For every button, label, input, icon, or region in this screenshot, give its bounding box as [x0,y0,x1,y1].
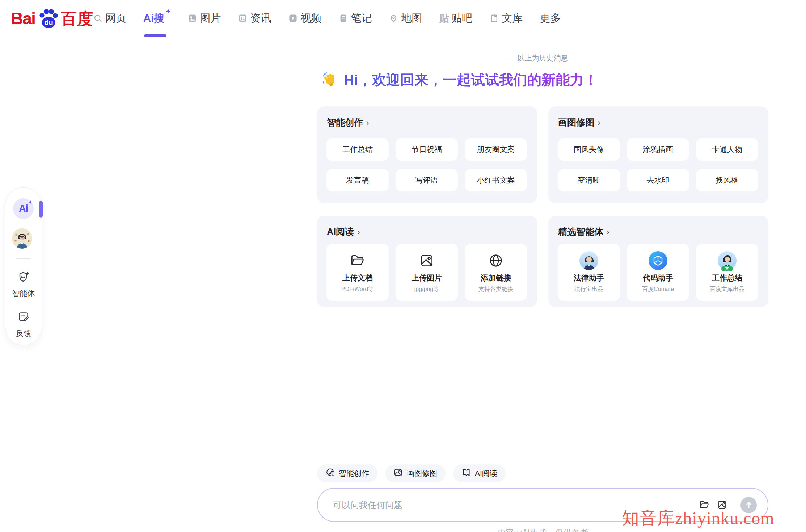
active-indicator-bar [39,201,43,218]
pill-write-comment[interactable]: 写评语 [396,169,458,191]
card-smart-writing: 智能创作 › 工作总结 节日祝福 朋友圈文案 发言稿 写评语 小红书文案 [317,106,537,203]
baidu-logo[interactable]: Bai du 百度 [11,7,93,30]
card-draw-edit-title[interactable]: 画图修图 › [558,117,600,128]
news-icon [238,13,248,23]
map-pin-icon [389,13,398,23]
panel-divider [16,258,31,259]
card-title-text: 智能创作 [327,117,363,128]
tile-label: 代码助手 [643,273,673,283]
card-smart-writing-title[interactable]: 智能创作 › [327,117,369,128]
user-avatar[interactable] [12,228,32,249]
comate-logo [649,252,667,270]
sidebar-item-label: 智能体 [12,288,35,299]
ai-logo-text: Ai [19,203,28,214]
sparkle-icon: ✦ [166,8,170,15]
tile-sublabel: jpg/png等 [414,286,439,293]
nav-label: Ai搜 [143,11,164,26]
tile-code-assistant[interactable]: 代码助手 百度Comate [627,244,689,301]
nav-label: 图片 [200,11,221,26]
sidebar-item-label: 反馈 [16,328,31,338]
nav-item-notes[interactable]: 笔记 [338,0,372,37]
sidebar-item-agents[interactable]: 智能体 [5,270,42,299]
globe-icon [488,252,504,270]
pill-cartoon-character[interactable]: 卡通人物 [696,138,758,161]
chip-label: AI阅读 [475,468,497,478]
nav-item-news[interactable]: 资讯 [238,0,271,37]
chip-smart-writing[interactable]: 智能创作 [317,464,377,482]
pill-guofeng-avatar[interactable]: 国风头像 [558,138,620,161]
chip-draw-edit[interactable]: 画图修图 [385,464,446,482]
chevron-right-icon: › [598,118,600,128]
tile-sublabel: 法行宝出品 [574,286,603,293]
pill-group: 工作总结 节日祝福 朋友圈文案 发言稿 写评语 小红书文案 [326,138,529,191]
ai-search-shortcut[interactable]: Ai ✦ [13,198,34,219]
book-sparkle-icon [461,468,471,479]
wenku-icon [489,13,499,23]
wenku-badge: 文 [721,266,733,271]
image-icon [418,252,435,270]
chevron-right-icon: › [357,227,360,237]
pill-holiday-greeting[interactable]: 节日祝福 [396,138,458,161]
tile-label: 添加链接 [481,273,511,283]
active-tab-underline [144,34,166,37]
nav-item-tieba[interactable]: 贴 贴吧 [439,0,472,37]
tile-sublabel: 百度Comate [642,286,674,293]
tile-upload-image[interactable]: 上传图片 jpg/png等 [396,244,458,301]
nav-label: 地图 [401,11,422,26]
pill-remove-watermark[interactable]: 去水印 [627,169,689,191]
feedback-icon [17,310,30,325]
card-ai-reading-title[interactable]: AI阅读 › [327,226,360,238]
nav-item-wenku[interactable]: 文库 [489,0,523,37]
pen-sparkle-icon [325,468,335,479]
pill-enhance-clarity[interactable]: 变清晰 [558,169,620,191]
tile-label: 上传图片 [412,273,442,283]
tile-group: 法律助手 法行宝出品 代码助手 百度Comate [558,244,760,301]
floating-side-panel: Ai ✦ [5,187,42,345]
composer-chips: 智能创作 画图修图 AI阅读 [317,464,506,482]
nav-item-video[interactable]: 视频 [288,0,321,37]
card-ai-reading: AI阅读 › 上传文档 PDF/Word等 [317,216,537,307]
greeting-banner: Hi，欢迎回来，一起试试我们的新能力！ [321,70,598,90]
chip-ai-reading[interactable]: AI阅读 [453,464,506,482]
tile-label: 工作总结 [712,273,742,283]
nav-item-ai-search[interactable]: Ai搜 ✦ [143,0,170,37]
video-icon [288,13,298,23]
greeting-text: Hi，欢迎回来，一起试试我们的新能力！ [344,70,598,90]
sidebar-item-feedback[interactable]: 反馈 [5,310,42,338]
nav-label: 笔记 [351,11,372,26]
image-icon [187,13,197,23]
nav-label: 网页 [105,11,126,26]
pill-doodle-illustration[interactable]: 涂鸦插画 [627,138,689,161]
pill-speech-draft[interactable]: 发言稿 [326,169,389,191]
pill-moments-copy[interactable]: 朋友圈文案 [465,138,527,161]
tile-sublabel: 百度文库出品 [710,286,744,293]
logo-latin-bai: Bai [11,7,35,30]
chevron-right-icon: › [607,227,609,237]
tile-sublabel: PDF/Word等 [341,286,374,293]
divider-line [492,58,511,58]
note-icon [338,13,348,23]
top-navigation-bar: Bai du 百度 网页 Ai搜 [0,0,806,37]
composer-input[interactable] [332,489,667,521]
pill-group: 国风头像 涂鸦插画 卡通人物 变清晰 去水印 换风格 [558,138,760,191]
tile-work-summary-agent[interactable]: 文 工作总结 百度文库出品 [696,244,758,301]
nav-item-more[interactable]: 更多 [540,0,561,37]
card-title-text: 精选智能体 [558,226,603,238]
pill-xiaohongshu-copy[interactable]: 小红书文案 [465,169,527,191]
baidu-paw-icon: du [37,7,60,30]
nav-item-web[interactable]: 网页 [93,0,126,37]
pill-change-style[interactable]: 换风格 [696,169,758,191]
sparkle-icon: ✦ [28,199,33,206]
tile-upload-document[interactable]: 上传文档 PDF/Word等 [326,244,389,301]
nav-item-maps[interactable]: 地图 [389,0,422,37]
card-featured-agents-title[interactable]: 精选智能体 › [558,226,609,238]
tile-sublabel: 支持各类链接 [478,286,513,293]
svg-text:du: du [44,18,53,26]
search-icon [93,14,103,23]
tile-add-link[interactable]: 添加链接 支持各类链接 [465,244,527,301]
nav-item-images[interactable]: 图片 [187,0,221,37]
nav-label: 文库 [502,11,523,26]
pill-work-summary[interactable]: 工作总结 [326,138,389,161]
site-watermark: 知音库zhiyinku.com [622,507,775,530]
tile-law-assistant[interactable]: 法律助手 法行宝出品 [558,244,620,301]
